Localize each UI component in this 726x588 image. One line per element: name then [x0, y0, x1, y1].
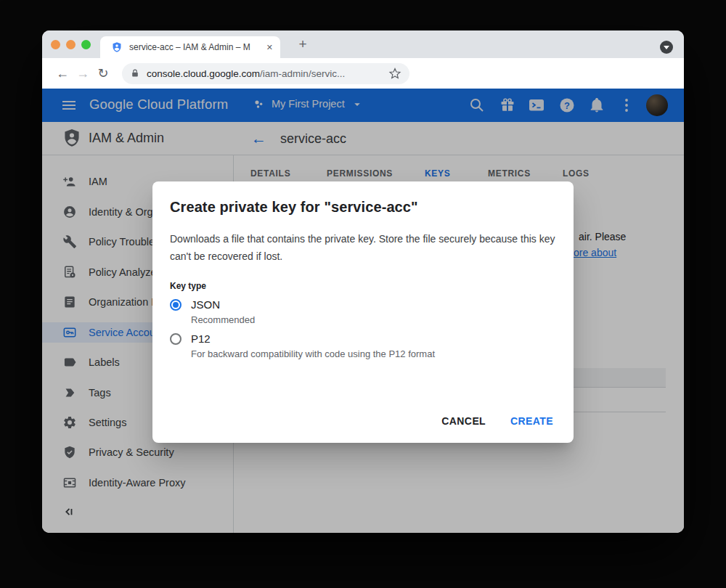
minimize-window-button[interactable]	[66, 40, 76, 49]
option-label: JSON	[191, 298, 220, 311]
window-controls	[51, 40, 91, 49]
cancel-button[interactable]: CANCEL	[431, 408, 496, 434]
new-tab-button[interactable]: +	[293, 35, 312, 54]
iam-shield-favicon	[111, 41, 123, 53]
tab-title: service-acc – IAM & Admin – M	[129, 42, 260, 52]
lock-icon	[130, 68, 140, 78]
dialog-actions: CANCEL CREATE	[431, 408, 563, 434]
key-type-label: Key type	[170, 281, 556, 291]
browser-profile-button[interactable]	[660, 41, 673, 54]
close-window-button[interactable]	[51, 40, 60, 49]
tab-strip: service-acc – IAM & Admin – M ✕ +	[42, 30, 684, 58]
screenshot-backdrop: service-acc – IAM & Admin – M ✕ + ← → ↻ …	[0, 0, 726, 588]
forward-button: →	[73, 66, 93, 81]
dialog-title: Create private key for "service-acc"	[170, 199, 556, 216]
option-description: For backward compatibility with code usi…	[191, 348, 556, 359]
radio-json[interactable]	[170, 299, 182, 311]
radio-p12[interactable]	[170, 333, 182, 345]
option-description: Recommended	[191, 314, 556, 325]
browser-toolbar: ← → ↻ console.cloud.google.com/iam-admin…	[42, 58, 684, 89]
url-host: console.cloud.google.com	[147, 68, 260, 79]
reload-button[interactable]: ↻	[93, 65, 113, 81]
key-type-option-json[interactable]: JSON	[170, 298, 556, 311]
back-button[interactable]: ←	[52, 66, 73, 81]
create-private-key-dialog: Create private key for "service-acc" Dow…	[152, 181, 574, 443]
tab-close-icon[interactable]: ✕	[266, 43, 273, 52]
address-bar[interactable]: console.cloud.google.com/iam-admin/servi…	[122, 63, 409, 84]
url-text: console.cloud.google.com/iam-admin/servi…	[147, 68, 382, 79]
bookmark-star-icon[interactable]	[388, 67, 401, 80]
key-type-options: JSONRecommendedP12For backward compatibi…	[170, 298, 556, 359]
key-type-option-p12[interactable]: P12	[170, 332, 556, 345]
url-path: /iam-admin/servic...	[260, 68, 345, 79]
zoom-window-button[interactable]	[81, 40, 91, 49]
chevron-down-icon	[664, 46, 669, 49]
browser-window: service-acc – IAM & Admin – M ✕ + ← → ↻ …	[42, 30, 684, 533]
browser-tab[interactable]: service-acc – IAM & Admin – M ✕	[100, 36, 280, 58]
create-button[interactable]: CREATE	[500, 408, 563, 434]
dialog-body-text: Downloads a file that contains the priva…	[170, 230, 556, 265]
option-label: P12	[191, 332, 211, 345]
